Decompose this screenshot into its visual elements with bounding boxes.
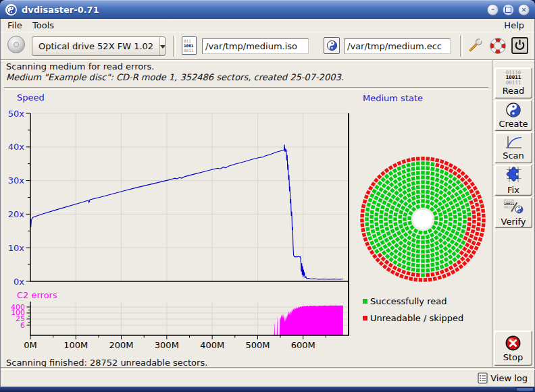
disc-sector	[446, 237, 451, 242]
disc-sector	[421, 185, 424, 188]
disc-sector	[461, 194, 465, 198]
disc-sector	[435, 168, 440, 173]
disc-sector	[401, 159, 406, 164]
disc-sector	[467, 196, 472, 200]
disc-sector	[450, 194, 455, 200]
disc-sector	[416, 171, 420, 175]
disc-sector	[388, 165, 393, 170]
disc-sector	[451, 270, 455, 275]
disc-sector	[378, 187, 384, 192]
legend-label-unreadable: Unreadable / skipped	[370, 313, 463, 323]
resize-grip[interactable]	[516, 387, 534, 391]
disc-sector	[384, 213, 388, 217]
disc-sector	[440, 205, 445, 210]
grid-lines	[30, 113, 349, 335]
disc-sector	[382, 250, 387, 256]
disc-sector	[426, 273, 430, 277]
disc-sector	[474, 246, 478, 250]
disc-sector	[434, 246, 439, 251]
disc-sector	[397, 171, 402, 176]
disc-sector	[442, 224, 447, 229]
disc-sector	[421, 259, 424, 262]
disc-sector	[393, 249, 399, 254]
disc-sector	[361, 204, 365, 208]
disc-sector	[366, 190, 371, 195]
disc-sector	[449, 163, 453, 167]
scan-button[interactable]: Scan	[494, 132, 532, 163]
disc-sector	[430, 176, 434, 180]
disc-sector	[453, 220, 457, 224]
menu-tools[interactable]: Tools	[29, 20, 57, 31]
disc-sector	[374, 238, 378, 243]
disc-sector	[405, 208, 409, 213]
iso-icon-row: 1001	[184, 43, 196, 48]
disc-sector	[434, 235, 439, 241]
ecc-file-icon	[324, 37, 340, 54]
disc-sector	[366, 231, 371, 236]
minimize-button[interactable]	[487, 4, 499, 16]
view-log-button[interactable]: View log	[476, 370, 529, 385]
help-button[interactable]	[488, 36, 507, 55]
disc-sector	[430, 243, 435, 248]
disc-sector	[457, 168, 462, 173]
disc-sector	[370, 193, 374, 198]
stop-button[interactable]: Stop	[494, 331, 532, 366]
disc-sector	[448, 173, 453, 178]
drive-selector-dropdown[interactable]: Optical drive 52X FW 1.02	[32, 36, 165, 56]
disc-sector	[430, 201, 434, 206]
disc-sector	[453, 171, 458, 176]
disc-sector	[451, 205, 455, 210]
disc-sector	[430, 171, 434, 175]
disc-sector	[397, 252, 402, 256]
axis-tick-label: 400	[11, 303, 25, 312]
disc-sector	[476, 207, 480, 211]
chevron-down-icon	[159, 37, 165, 55]
menu-help[interactable]: Help	[501, 20, 528, 31]
drive-select-button[interactable]	[7, 36, 25, 53]
disc-sector	[459, 183, 465, 188]
maximize-button[interactable]	[503, 4, 514, 16]
disc-sector	[385, 227, 390, 231]
disc-sector	[466, 249, 472, 254]
disc-sector	[385, 254, 390, 259]
disc-sector	[389, 224, 393, 228]
disc-sector	[472, 250, 476, 254]
titlebar[interactable]: dvdisaster-0.71	[0, 0, 535, 19]
disc-sector	[370, 250, 374, 254]
close-button[interactable]	[518, 4, 530, 16]
disc-sector	[433, 204, 438, 209]
disc-sector	[460, 256, 465, 262]
disc-sector	[406, 173, 411, 177]
disc-sector	[386, 186, 391, 191]
disc-sector	[370, 210, 374, 214]
disc-sector	[380, 177, 386, 182]
disc-sector	[401, 270, 406, 275]
disc-sector	[426, 254, 430, 258]
preferences-button[interactable]	[465, 36, 484, 55]
quit-button[interactable]	[510, 36, 529, 55]
disc-sector	[398, 188, 403, 193]
disc-sector	[480, 228, 484, 232]
disc-sector	[435, 261, 440, 266]
iso-path-input[interactable]	[202, 38, 309, 54]
disc-sector	[374, 217, 378, 221]
read-button[interactable]: 01110 10011 00111 Read	[494, 67, 532, 99]
verify-button[interactable]: 01110 10011 00111 Verify	[494, 197, 532, 228]
disc-sector	[467, 238, 472, 243]
create-button[interactable]: Create	[494, 100, 532, 131]
disc-sector	[416, 240, 420, 244]
menu-file[interactable]: File	[4, 20, 26, 31]
lifebuoy-icon	[488, 36, 507, 55]
disc-sector	[411, 196, 416, 200]
disc-sector	[388, 177, 394, 182]
disc-sector	[442, 193, 448, 198]
disc-sector	[411, 262, 415, 267]
disc-sector	[435, 267, 440, 271]
disc-sector	[426, 264, 430, 268]
disc-sector	[478, 237, 482, 242]
ecc-path-input[interactable]	[344, 38, 451, 54]
disc-sector	[459, 200, 463, 205]
disc-sector	[440, 264, 444, 269]
disc-sector	[413, 228, 418, 233]
fix-button[interactable]: Fix	[494, 165, 532, 196]
